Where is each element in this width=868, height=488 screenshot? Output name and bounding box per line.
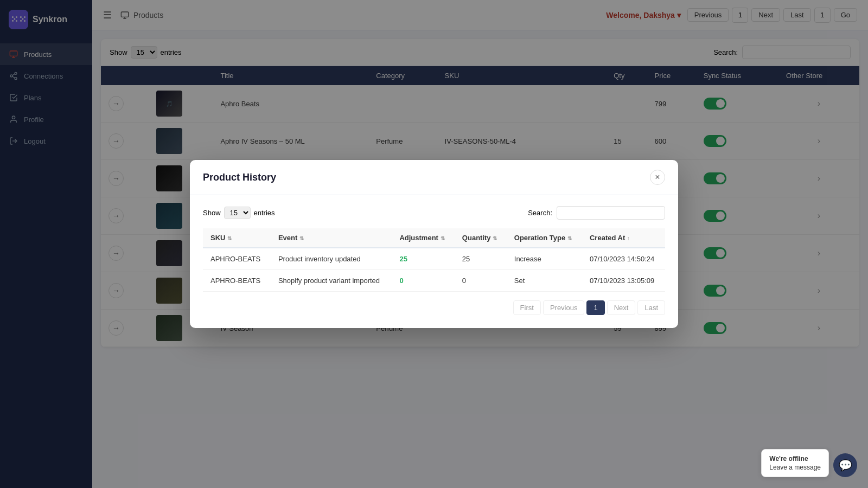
modal-page-button[interactable]: 1 <box>586 300 604 315</box>
modal-entries-select[interactable]: 15 25 50 <box>224 207 251 219</box>
modal-first-button[interactable]: First <box>513 300 541 315</box>
modal-overlay[interactable]: Product History × Show 15 25 50 entries … <box>0 0 868 488</box>
modal-next-button[interactable]: Next <box>607 300 636 315</box>
modal-pagination: First Previous 1 Next Last <box>203 292 665 317</box>
modal-col-quantity: Quantity ⇅ <box>455 228 507 248</box>
modal-col-created: Created At ↑ <box>582 228 665 248</box>
modal-close-button[interactable]: × <box>650 170 665 185</box>
history-event: Shopify product variant imported <box>271 270 392 292</box>
modal-show-label: Show <box>203 209 221 217</box>
chat-bubble: We're offline Leave a message <box>761 449 829 477</box>
modal-controls: Show 15 25 50 entries Search: <box>203 206 665 220</box>
modal-col-adjustment: Adjustment ⇅ <box>392 228 454 248</box>
history-event: Product inventory updated <box>271 248 392 270</box>
history-operation: Increase <box>507 248 582 270</box>
history-adjustment: 25 <box>399 255 407 263</box>
chat-subtitle: Leave a message <box>769 464 821 471</box>
modal-col-event: Event ⇅ <box>271 228 392 248</box>
history-sku: APHRO-BEATS <box>203 248 271 270</box>
modal-title: Product History <box>203 172 276 183</box>
modal-table-row: APHRO-BEATS Shopify product variant impo… <box>203 270 665 292</box>
modal-col-sku: SKU ⇅ <box>203 228 271 248</box>
history-operation: Set <box>507 270 582 292</box>
history-quantity: 25 <box>455 248 507 270</box>
modal-prev-button[interactable]: Previous <box>543 300 585 315</box>
history-created: 07/10/2023 13:05:09 <box>582 270 665 292</box>
chat-widget: We're offline Leave a message 💬 <box>761 449 857 477</box>
history-adjustment: 0 <box>399 277 403 285</box>
modal-table-row: APHRO-BEATS Product inventory updated 25… <box>203 248 665 270</box>
history-quantity: 0 <box>455 270 507 292</box>
history-sku: APHRO-BEATS <box>203 270 271 292</box>
modal-entries-label: entries <box>254 209 275 217</box>
product-history-modal: Product History × Show 15 25 50 entries … <box>190 160 678 328</box>
modal-header: Product History × <box>190 160 678 195</box>
chat-icon[interactable]: 💬 <box>833 453 857 477</box>
modal-search-input[interactable] <box>557 206 665 220</box>
modal-last-button[interactable]: Last <box>637 300 665 315</box>
modal-table: SKU ⇅ Event ⇅ Adjustment ⇅ Quantity ⇅ Op… <box>203 228 665 292</box>
modal-search-label: Search: <box>528 209 552 217</box>
history-created: 07/10/2023 14:50:24 <box>582 248 665 270</box>
modal-body: Show 15 25 50 entries Search: SKU ⇅ <box>190 195 678 328</box>
modal-show-entries: Show 15 25 50 entries <box>203 207 275 219</box>
modal-search: Search: <box>528 206 665 220</box>
chat-offline-title: We're offline <box>769 455 821 463</box>
modal-col-operation: Operation Type ⇅ <box>507 228 582 248</box>
